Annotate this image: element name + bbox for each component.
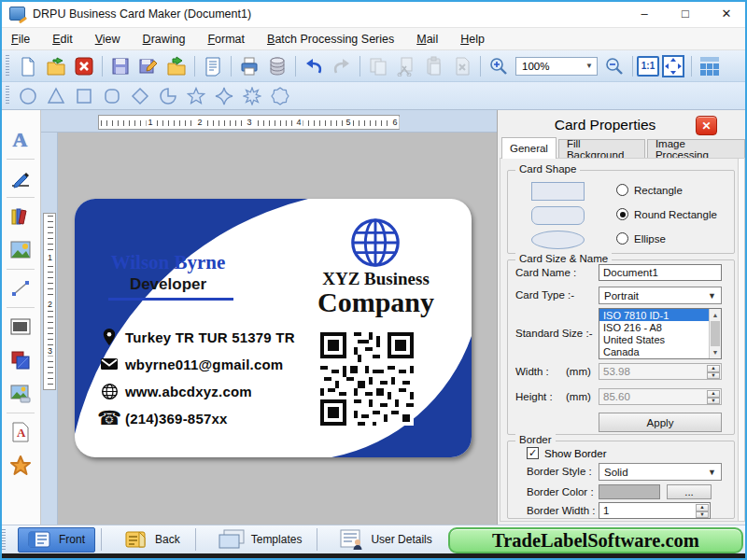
image-tool-icon[interactable] xyxy=(7,236,35,264)
scroll-up-icon[interactable]: ▲ xyxy=(710,309,721,321)
triangle-shape-icon[interactable] xyxy=(45,85,67,107)
save-as-icon[interactable] xyxy=(136,54,161,78)
qr-code[interactable] xyxy=(320,332,414,426)
radio-round-rectangle[interactable]: Round Rectangle xyxy=(616,208,717,220)
diamond-shape-icon[interactable] xyxy=(129,85,151,107)
scroll-thumb[interactable] xyxy=(711,321,720,346)
border-style-select[interactable]: Solid▼ xyxy=(599,463,722,481)
card-address-row[interactable]: Turkey TR TUR 51379 TR xyxy=(97,326,295,348)
pie-shape-icon[interactable] xyxy=(157,85,179,107)
card-person-title[interactable]: Developer xyxy=(90,275,247,294)
tab-image-processing[interactable]: Image Processing xyxy=(647,139,745,159)
menu-batch-processing-series[interactable]: Batch Processing Series xyxy=(267,33,394,46)
toolbar-grip[interactable] xyxy=(6,55,9,77)
width-spinner[interactable]: ▲▼ xyxy=(707,365,720,378)
card-person-name[interactable]: Wilson Byrne xyxy=(90,251,247,274)
close-document-icon[interactable] xyxy=(72,54,96,78)
zoom-out-icon[interactable] xyxy=(602,54,627,78)
barcode-tool-icon[interactable] xyxy=(7,313,35,341)
scroll-down-icon[interactable]: ▼ xyxy=(710,346,721,358)
apply-button[interactable]: Apply xyxy=(599,413,722,432)
menu-file[interactable]: File xyxy=(11,33,30,46)
burst-shape-icon[interactable] xyxy=(241,85,263,107)
layers-tool-icon[interactable] xyxy=(7,346,35,374)
cut-icon[interactable] xyxy=(394,54,418,78)
business-card-preview[interactable]: Wilson Byrne Developer Turkey TR TUR 513… xyxy=(75,199,472,457)
menu-edit[interactable]: Edit xyxy=(52,33,73,46)
save-icon[interactable] xyxy=(108,54,133,78)
menu-help[interactable]: Help xyxy=(460,33,485,46)
undo-icon[interactable] xyxy=(302,54,326,78)
panel-scrollbar[interactable] xyxy=(738,158,745,522)
listbox-scrollbar[interactable]: ▲ ▼ xyxy=(709,309,721,358)
card-website-row[interactable]: www.abcdxyz.com xyxy=(97,380,252,402)
border-color-swatch[interactable] xyxy=(599,484,660,499)
list-item-iso-216[interactable]: ISO 216 - A8 xyxy=(599,321,709,333)
company-name-block[interactable]: XYZ Business Company xyxy=(299,270,453,316)
minimize-button[interactable]: – xyxy=(624,0,665,27)
zoom-level-dropdown[interactable]: 100%▼ xyxy=(515,57,598,76)
list-item-united-states[interactable]: United States xyxy=(599,333,709,345)
toolbar-grip[interactable] xyxy=(2,529,6,550)
new-document-icon[interactable] xyxy=(16,54,40,78)
print-icon[interactable] xyxy=(237,54,261,78)
menu-mail[interactable]: Mail xyxy=(416,33,438,46)
menu-view[interactable]: View xyxy=(95,33,120,46)
height-spinner[interactable]: ▲▼ xyxy=(707,390,720,403)
card-type-select[interactable]: Portrait▼ xyxy=(599,287,722,304)
card-email-row[interactable]: wbyrne011@gmail.com xyxy=(97,353,283,375)
export-icon[interactable] xyxy=(164,54,189,78)
height-input[interactable]: 85.60 ▲▼ xyxy=(599,388,722,405)
maximize-button[interactable]: □ xyxy=(665,0,706,27)
checkbox-checked-icon[interactable]: ✓ xyxy=(527,447,539,459)
square-shape-icon[interactable] xyxy=(73,85,95,107)
redo-icon[interactable] xyxy=(330,54,354,78)
list-item-iso-7810[interactable]: ISO 7810 ID-1 xyxy=(599,309,709,321)
text-tool-icon[interactable]: A xyxy=(7,126,35,154)
text-document-tool-icon[interactable]: A xyxy=(7,418,35,446)
library-tool-icon[interactable] xyxy=(7,203,35,231)
close-button[interactable]: ✕ xyxy=(706,0,747,27)
list-item-canada[interactable]: Canada xyxy=(599,346,709,358)
company-globe-logo[interactable] xyxy=(348,216,402,273)
circle-shape-icon[interactable] xyxy=(17,85,39,107)
zoom-in-icon[interactable] xyxy=(486,54,511,78)
standard-size-listbox[interactable]: ISO 7810 ID-1 ISO 216 - A8 United States… xyxy=(599,308,722,359)
tab-general[interactable]: General xyxy=(501,137,557,159)
copy-icon[interactable] xyxy=(366,54,390,78)
rounded-square-shape-icon[interactable] xyxy=(101,85,123,107)
menu-drawing[interactable]: Drawing xyxy=(143,33,186,46)
menu-format[interactable]: Format xyxy=(207,33,245,46)
panel-close-button[interactable]: ✕ xyxy=(696,116,717,135)
open-file-icon[interactable] xyxy=(44,54,68,78)
delete-page-icon[interactable] xyxy=(450,54,474,78)
show-border-checkbox-row[interactable]: ✓ Show Border xyxy=(527,447,606,459)
toolbar-grip[interactable] xyxy=(6,86,9,105)
four-point-star-shape-icon[interactable] xyxy=(213,85,235,107)
border-width-input[interactable]: 1 ▲▼ xyxy=(599,502,711,519)
freeform-tool-icon[interactable] xyxy=(7,452,35,480)
picture-tool-icon[interactable] xyxy=(7,380,35,408)
front-view-button[interactable]: Front xyxy=(18,527,95,553)
back-view-button[interactable]: Back xyxy=(115,527,190,553)
tab-fill-background[interactable]: Fill Background xyxy=(558,139,645,159)
radio-rectangle[interactable]: Rectangle xyxy=(616,184,683,196)
card-phone-row[interactable]: ☎ (214)369-857xx xyxy=(97,407,228,429)
radio-ellipse[interactable]: Ellipse xyxy=(616,232,666,245)
seal-shape-icon[interactable] xyxy=(269,85,291,107)
width-input[interactable]: 53.98 ▲▼ xyxy=(599,363,722,380)
user-details-button[interactable]: User Details xyxy=(331,527,441,553)
pen-tool-icon[interactable] xyxy=(7,164,35,192)
card-name-input[interactable]: Document1 xyxy=(599,264,722,281)
fit-to-window-icon[interactable] xyxy=(661,54,685,78)
design-canvas[interactable]: 1 2 3 4 5 6 1 2 3 Wilson Byrne Deve xyxy=(41,110,497,525)
grid-view-icon[interactable] xyxy=(698,54,722,78)
preview-icon[interactable] xyxy=(201,54,225,78)
border-color-picker-button[interactable]: ... xyxy=(667,484,712,499)
paste-icon[interactable] xyxy=(422,54,446,78)
star-shape-icon[interactable] xyxy=(185,85,207,107)
database-icon[interactable] xyxy=(265,54,289,78)
line-tool-icon[interactable] xyxy=(7,274,35,302)
templates-button[interactable]: Templates xyxy=(209,527,312,553)
border-width-spinner[interactable]: ▲▼ xyxy=(696,504,709,517)
